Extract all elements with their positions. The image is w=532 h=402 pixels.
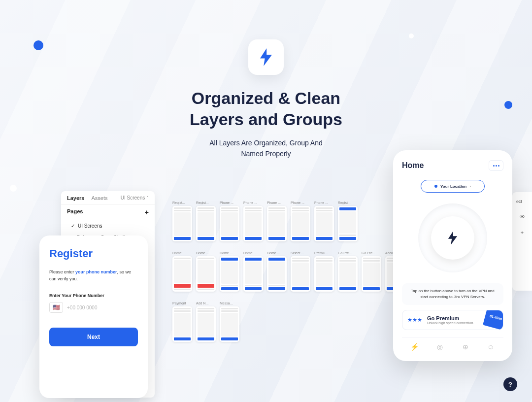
register-title: Register	[49, 247, 138, 260]
more-menu-button[interactable]	[489, 160, 503, 171]
design-right-panel: ect 👁 +	[512, 192, 532, 291]
artboard-thumb[interactable]: Phone ...	[220, 201, 239, 241]
eye-icon[interactable]: 👁	[516, 214, 528, 220]
stars-icon: ★★★	[407, 317, 422, 323]
check-icon: ✓	[71, 223, 75, 229]
register-helper-text: Please enter your phone number, so we ca…	[49, 269, 138, 282]
register-screen: Register Please enter your phone number,…	[39, 235, 148, 398]
artboard-thumb[interactable]: Select ...	[291, 251, 310, 292]
artboard-thumb[interactable]: Regist...	[172, 201, 192, 241]
headline: Organized & CleanLayers and Groups All L…	[190, 88, 342, 160]
tip-text: Tap on the button above to turn on the V…	[402, 283, 503, 305]
pages-header: Pages +	[61, 204, 155, 220]
nav-location-icon[interactable]: ◎	[435, 342, 444, 351]
add-page-icon[interactable]: +	[145, 208, 149, 216]
decorative-dot	[33, 40, 43, 50]
phone-placeholder: +00 000 0000	[67, 305, 97, 310]
artboard-thumb[interactable]: Messa...	[220, 302, 239, 342]
headline-title: Organized & CleanLayers and Groups	[190, 88, 342, 130]
artboard-thumb[interactable]: Regist...	[338, 201, 358, 241]
logo-box	[248, 39, 284, 75]
bottom-nav: ⚡ ◎ ⊕ ☺	[402, 337, 503, 351]
artboard-thumb[interactable]: Phone ...	[291, 201, 310, 241]
panel-dropdown[interactable]: UI Screens ˅	[121, 195, 149, 201]
phone-field-label: Enter Your Phone Number	[49, 293, 138, 298]
artboard-thumb[interactable]: Go Pre...	[362, 251, 381, 292]
help-button[interactable]: ?	[503, 377, 517, 391]
artboard-thumb[interactable]: Home ...	[220, 251, 239, 292]
next-button[interactable]: Next	[49, 328, 138, 346]
artboard-thumb[interactable]: Phone ...	[243, 201, 263, 241]
artboard-thumbnails: Regist...Regist...Phone ...Phone ...Phon…	[172, 201, 429, 352]
artboard-thumb[interactable]: Premiu...	[314, 251, 334, 292]
artboard-thumb[interactable]: Home ...	[196, 251, 216, 292]
artboard-thumb[interactable]: Home ...	[172, 251, 192, 292]
home-screen: Home Your Location › Tap on the button a…	[393, 150, 512, 361]
decorative-dot	[10, 185, 17, 192]
lightning-bolt-icon	[259, 48, 273, 66]
power-button-ring	[418, 203, 487, 272]
headline-subtext: All Layers Are Organized, Group AndNamed…	[190, 137, 342, 160]
price-badge: $1.40/m	[483, 310, 503, 330]
panel-label: ect	[516, 199, 528, 204]
phone-input-row[interactable]: 🇺🇸 +00 000 0000	[49, 302, 138, 313]
artboard-thumb[interactable]: Payment	[172, 302, 192, 342]
artboard-thumb[interactable]: Go Pre...	[338, 251, 358, 292]
artboard-thumb[interactable]: Regist...	[196, 201, 216, 241]
power-button[interactable]	[431, 216, 474, 260]
plus-icon[interactable]: +	[516, 230, 528, 235]
decorative-dot	[504, 101, 512, 109]
pages-label: Pages	[67, 208, 83, 216]
artboard-thumb[interactable]: Home ...	[267, 251, 287, 292]
decorative-dot	[409, 34, 414, 38]
go-premium-card[interactable]: ★★★ Go Premium Unlock high speed connect…	[402, 310, 503, 330]
nav-profile-icon[interactable]: ☺	[486, 342, 495, 351]
lightning-bolt-icon	[447, 231, 458, 245]
nav-settings-icon[interactable]: ⊕	[461, 342, 470, 351]
tab-layers[interactable]: Layers	[67, 195, 84, 201]
artboard-thumb[interactable]: Phone ...	[267, 201, 287, 241]
tab-assets[interactable]: Assets	[91, 195, 107, 201]
location-dot-icon	[434, 185, 437, 188]
page-item-ui-screens[interactable]: ✓UI Screens	[61, 220, 155, 232]
location-chip[interactable]: Your Location ›	[421, 180, 485, 193]
home-title: Home	[402, 161, 424, 170]
chevron-right-icon: ›	[469, 184, 471, 189]
country-flag-selector[interactable]: 🇺🇸	[49, 302, 63, 313]
artboard-thumb[interactable]: Add N...	[196, 302, 216, 342]
nav-bolt-icon[interactable]: ⚡	[410, 342, 419, 351]
artboard-thumb[interactable]: Phone ...	[314, 201, 334, 241]
artboard-thumb[interactable]: Home ...	[243, 251, 263, 292]
